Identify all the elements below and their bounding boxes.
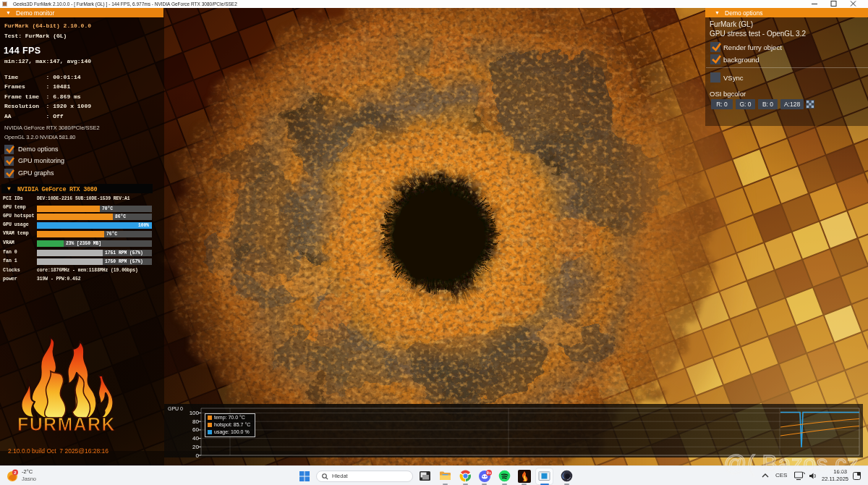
svg-text:9+: 9+	[487, 471, 491, 475]
svg-text:FURMARK: FURMARK	[17, 414, 114, 434]
